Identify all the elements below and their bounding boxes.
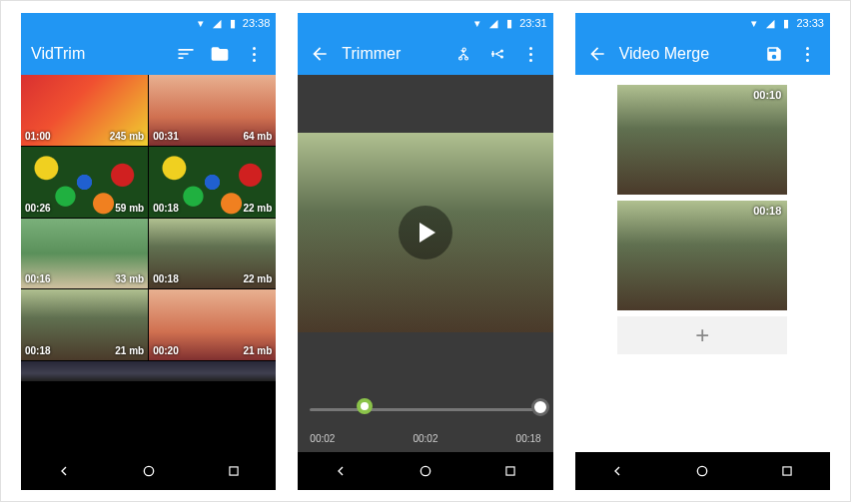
sort-button[interactable] [174, 42, 198, 66]
duration-label: 00:16 [25, 273, 51, 284]
duration-label: 00:10 [753, 89, 781, 101]
duration-label: 00:31 [153, 131, 179, 142]
play-icon [420, 223, 435, 243]
play-button[interactable] [399, 206, 452, 259]
video-cell[interactable]: 00:1822 mb [149, 147, 276, 218]
slider-handle-start[interactable] [357, 398, 373, 414]
video-cell[interactable]: 00:1822 mb [149, 219, 276, 289]
cut-button[interactable] [451, 42, 475, 66]
video-cell[interactable]: 00:3164 mb [149, 75, 276, 146]
android-navbar [298, 452, 552, 490]
back-button[interactable] [308, 42, 332, 66]
back-nav[interactable] [55, 462, 73, 480]
svg-rect-1 [230, 467, 238, 475]
duration-label: 00:18 [25, 345, 51, 356]
save-button[interactable] [762, 42, 786, 66]
back-button[interactable] [585, 42, 609, 66]
wifi-icon: ▾ [195, 17, 207, 29]
video-grid: 01:00245 mb00:3164 mb00:2659 mb00:1822 m… [21, 75, 276, 452]
home-nav[interactable] [140, 462, 158, 480]
video-cell[interactable]: 00:2021 mb [149, 289, 276, 360]
trim-slider[interactable] [298, 389, 552, 429]
signal-icon: ◢ [211, 17, 223, 29]
screen-merge: ▾ ◢ ▮ 23:33 Video Merge 00:1000:18+ [575, 13, 830, 490]
merge-body: 00:1000:18+ [575, 75, 830, 452]
size-label: 33 mb [115, 273, 144, 284]
slider-track [310, 408, 540, 411]
time-mid: 00:02 [413, 433, 437, 444]
wifi-icon: ▾ [471, 17, 483, 29]
app-title: Trimmer [342, 45, 440, 63]
svg-point-4 [500, 56, 503, 59]
folder-button[interactable] [208, 42, 232, 66]
battery-icon: ▮ [227, 17, 239, 29]
battery-icon: ▮ [780, 17, 792, 29]
home-nav[interactable] [693, 462, 711, 480]
svg-point-2 [500, 50, 503, 53]
status-bar: ▾ ◢ ▮ 23:33 [575, 13, 830, 33]
duration-label: 00:26 [25, 203, 51, 214]
svg-point-7 [698, 466, 707, 475]
merge-item[interactable]: 00:18 [617, 201, 787, 310]
video-cell[interactable]: 00:1633 mb [21, 219, 148, 289]
size-label: 22 mb [243, 273, 272, 284]
duration-label: 00:18 [153, 203, 179, 214]
back-nav[interactable] [332, 462, 350, 480]
android-navbar [21, 452, 276, 490]
add-video-button[interactable]: + [617, 316, 787, 354]
size-label: 245 mb [110, 131, 144, 142]
app-bar: Trimmer [298, 33, 552, 75]
size-label: 21 mb [115, 345, 144, 356]
svg-point-3 [491, 53, 494, 56]
duration-label: 01:00 [25, 131, 51, 142]
video-cell[interactable]: 01:00245 mb [21, 75, 148, 146]
size-label: 21 mb [243, 345, 272, 356]
battery-icon: ▮ [503, 17, 515, 29]
slider-handle-end[interactable] [531, 398, 549, 416]
duration-label: 00:20 [153, 345, 179, 356]
svg-rect-8 [783, 467, 791, 475]
size-label: 64 mb [243, 131, 272, 142]
video-cell[interactable]: 00:1821 mb [21, 289, 148, 360]
overflow-button[interactable] [519, 42, 543, 66]
back-nav[interactable] [608, 462, 626, 480]
app-bar: VidTrim [21, 33, 276, 75]
svg-point-0 [144, 466, 153, 475]
screen-trimmer: ▾ ◢ ▮ 23:31 Trimmer 00:02 00:02 00:18 [298, 13, 552, 490]
duration-label: 00:18 [753, 205, 781, 217]
signal-icon: ◢ [764, 17, 776, 29]
duration-label: 00:18 [153, 273, 179, 284]
video-preview[interactable] [298, 95, 552, 369]
recent-nav[interactable] [778, 462, 796, 480]
status-time: 23:33 [796, 17, 824, 29]
app-bar: Video Merge [575, 33, 830, 75]
merge-item[interactable]: 00:10 [617, 85, 787, 195]
android-navbar [575, 452, 830, 490]
size-label: 59 mb [115, 203, 144, 214]
video-cell[interactable]: 00:2659 mb [21, 147, 148, 218]
app-title: Video Merge [619, 45, 752, 63]
overflow-button[interactable] [242, 42, 266, 66]
share-button[interactable] [485, 42, 509, 66]
app-title: VidTrim [31, 45, 164, 63]
svg-point-5 [421, 466, 429, 475]
overflow-button[interactable] [796, 42, 820, 66]
recent-nav[interactable] [225, 462, 243, 480]
status-time: 23:38 [243, 17, 271, 29]
time-start: 00:02 [310, 433, 335, 444]
trimmer-body: 00:02 00:02 00:18 [298, 75, 552, 452]
recent-nav[interactable] [501, 462, 519, 480]
status-time: 23:31 [519, 17, 547, 29]
size-label: 22 mb [243, 203, 272, 214]
status-bar: ▾ ◢ ▮ 23:38 [21, 13, 276, 33]
wifi-icon: ▾ [748, 17, 760, 29]
status-bar: ▾ ◢ ▮ 23:31 [298, 13, 552, 33]
screen-library: ▾ ◢ ▮ 23:38 VidTrim 01:00245 mb00:3164 m… [21, 13, 276, 490]
time-labels: 00:02 00:02 00:18 [298, 429, 552, 452]
time-end: 00:18 [516, 433, 541, 444]
signal-icon: ◢ [487, 17, 499, 29]
home-nav[interactable] [417, 462, 434, 480]
svg-rect-6 [506, 467, 514, 475]
